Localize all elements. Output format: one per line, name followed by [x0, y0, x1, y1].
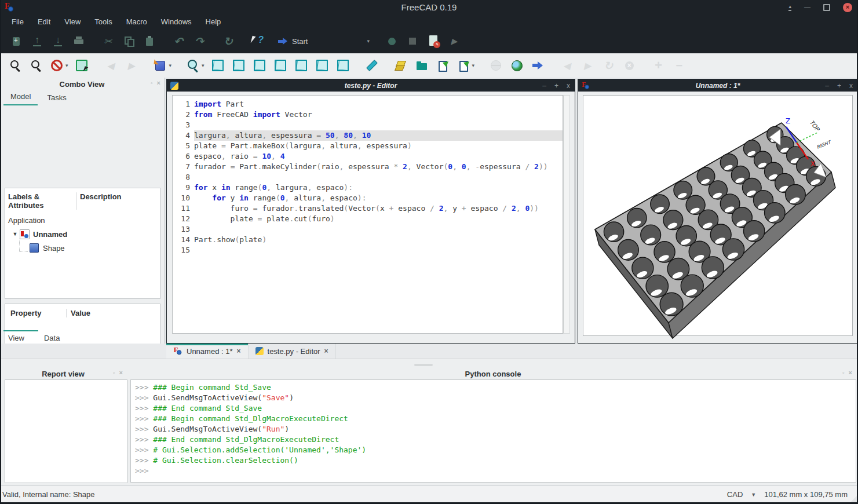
code-editor[interactable]: 1import Part2from FreeCAD import Vector3… [172, 95, 563, 334]
part-export-button[interactable] [390, 56, 411, 75]
tab-view[interactable]: View [8, 330, 24, 342]
redo-button[interactable] [189, 31, 210, 51]
tree-item-shape[interactable]: Shape [5, 241, 160, 255]
new-file-button[interactable] [6, 31, 27, 51]
execute-button[interactable] [444, 31, 465, 51]
globe-button[interactable] [506, 56, 527, 75]
menu-view[interactable]: View [59, 16, 86, 28]
tree-item-document[interactable]: ▼ Unnamed [5, 227, 160, 241]
cube-rear-button[interactable] [291, 56, 312, 75]
cube-top-button[interactable] [249, 56, 270, 75]
chevron-down-icon[interactable]: ▾ [169, 63, 172, 68]
menu-windows[interactable]: Windows [155, 16, 198, 28]
nav-style-caret-icon[interactable]: ▼ [751, 492, 756, 498]
3d-minimize-icon[interactable]: – [825, 82, 829, 90]
whatsthis-button[interactable] [247, 31, 268, 51]
tree-header-labels[interactable]: Labels & Attributes [8, 192, 77, 210]
menu-edit[interactable]: Edit [32, 16, 56, 28]
editor-scrollbar[interactable] [563, 95, 570, 334]
cut-button[interactable] [97, 31, 118, 51]
3d-maximize-icon[interactable]: + [837, 82, 841, 90]
close-tab-icon[interactable]: × [237, 347, 241, 355]
doc-tab-freecad[interactable]: Unnamed : 1*× [166, 344, 249, 359]
zoom-out-button[interactable] [25, 56, 46, 75]
paste-button[interactable] [139, 31, 160, 51]
edit-macro-icon [426, 34, 441, 49]
chevron-down-icon[interactable]: ▾ [472, 63, 475, 68]
code-line: 13 [173, 224, 563, 235]
editor-maximize-icon[interactable]: + [554, 82, 558, 90]
chevron-down-icon[interactable]: ▾ [367, 38, 370, 44]
float-report-icon[interactable]: ◦ [113, 369, 115, 376]
chevron-down-icon[interactable]: ▾ [65, 63, 68, 68]
print-button[interactable] [68, 31, 89, 51]
cube-axo-button[interactable] [207, 56, 228, 75]
tab-data[interactable]: Data [44, 330, 60, 342]
cube-left-button[interactable] [333, 56, 353, 75]
maximize-window-icon[interactable] [823, 4, 830, 11]
close-report-icon[interactable]: × [119, 369, 123, 376]
value-column-header[interactable]: Value [67, 309, 90, 317]
open-button[interactable] [27, 31, 48, 51]
code-text: Part.show(plate) [194, 235, 266, 245]
zoom-in-button[interactable] [5, 56, 25, 75]
chevron-down-icon[interactable]: ▾ [202, 63, 205, 68]
tree-header-description[interactable]: Description [77, 192, 122, 210]
editor-minimize-icon[interactable]: – [542, 82, 546, 90]
record-button[interactable] [381, 31, 402, 51]
draw-style-button[interactable]: ▾ [46, 56, 71, 75]
plate-hole [641, 225, 661, 245]
python-console-input[interactable]: >>> ### Begin command Std_Save>>> Gui.Se… [130, 379, 856, 483]
doc-tab-python[interactable]: teste.py - Editor× [249, 344, 336, 359]
save-button[interactable] [48, 31, 68, 51]
panel-splitter-handle[interactable] [414, 364, 433, 366]
cube-bottom-button[interactable] [312, 56, 333, 75]
close-tab-icon[interactable]: × [324, 347, 328, 355]
tab-tasks[interactable]: Tasks [40, 92, 73, 105]
go-fwd-button[interactable] [527, 56, 548, 75]
3d-close-icon[interactable]: x [849, 82, 853, 90]
refresh-button[interactable] [218, 31, 239, 51]
report-view-output[interactable] [5, 379, 127, 483]
undo-button[interactable] [168, 31, 189, 51]
code-line: 15 [173, 245, 563, 255]
expander-icon[interactable]: ▼ [10, 231, 20, 237]
sel-view-button[interactable] [71, 56, 92, 75]
3d-viewport[interactable]: ZXTOPRIGHT [583, 95, 853, 336]
navigation-style-selector[interactable]: CAD [727, 490, 743, 499]
cube-front-button[interactable] [228, 56, 249, 75]
print-icon [71, 34, 86, 49]
line-number: 3 [173, 120, 194, 130]
cube-right-button[interactable] [270, 56, 291, 75]
tab-model[interactable]: Model [3, 90, 38, 105]
menu-file[interactable]: File [6, 16, 30, 28]
stop-button[interactable] [402, 31, 423, 51]
close-console-icon[interactable]: × [849, 369, 852, 376]
export-button[interactable] [432, 56, 453, 75]
measure-button[interactable] [362, 56, 382, 75]
folder-button[interactable] [411, 56, 432, 75]
editor-close-icon[interactable]: x [567, 82, 570, 90]
minimize-window-icon[interactable]: — [804, 4, 810, 10]
export-alt-button[interactable]: ▾ [453, 56, 478, 75]
copy-button[interactable] [118, 31, 139, 51]
tree-item-application[interactable]: Application [5, 213, 160, 227]
float-panel-icon[interactable]: ◦ [151, 79, 153, 86]
float-console-icon[interactable]: ◦ [842, 369, 845, 376]
iso-cube-button[interactable]: ▾ [150, 56, 175, 75]
property-column-header[interactable]: Property [10, 309, 67, 317]
workbench-selector[interactable]: Start▾ [276, 32, 373, 50]
menu-tools[interactable]: Tools [89, 16, 118, 28]
3d-view-titlebar[interactable]: Unnamed : 1* – + x [578, 79, 857, 92]
iso-cube-icon [153, 58, 168, 73]
close-window-icon[interactable]: × [843, 3, 852, 12]
editor-titlebar[interactable]: teste.py - Editor – + x [167, 79, 575, 92]
close-panel-icon[interactable]: × [157, 79, 160, 86]
console-line: >>> # Gui.Selection.clearSelection() [135, 455, 856, 466]
menu-macro[interactable]: Macro [121, 16, 153, 28]
shade-window-icon[interactable]: ▴ [788, 4, 791, 11]
edit-macro-button[interactable] [423, 31, 444, 51]
cube-left-icon [335, 58, 350, 73]
fit-all-button[interactable]: ▾ [182, 56, 207, 75]
menu-help[interactable]: Help [200, 16, 227, 28]
